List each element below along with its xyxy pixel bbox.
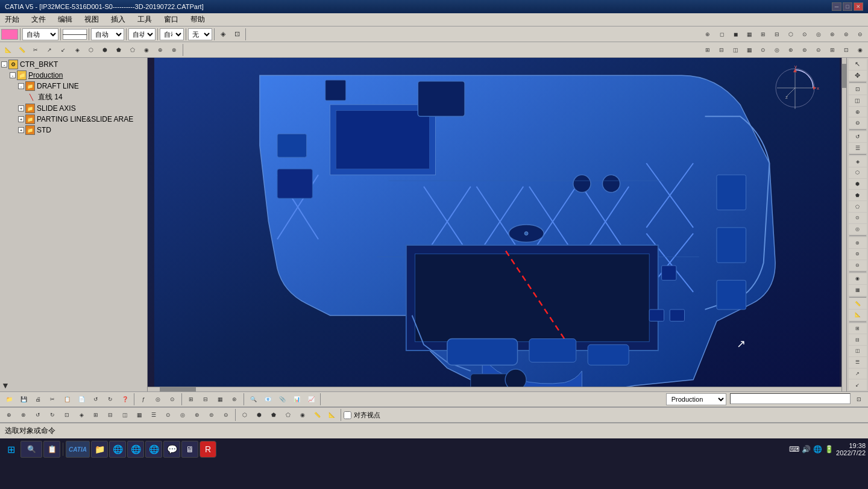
sb1-btn-20[interactable]: 📊 (290, 393, 303, 406)
tree-item-line-14[interactable]: ╲ 直线 14 (1, 92, 146, 103)
rt-btn-extra2[interactable]: ⊟ (849, 334, 867, 345)
expand-ctr-brkt[interactable]: - (1, 61, 7, 67)
tree-item-draft-line[interactable]: - 📁 DRAFT LINE (1, 81, 146, 92)
t2r-btn-5[interactable]: ⊙ (756, 43, 770, 57)
sb2-btn-11[interactable]: ☰ (147, 408, 160, 422)
rt-btn-section[interactable]: ▦ (849, 285, 867, 296)
sb2-btn-6[interactable]: ◈ (75, 408, 88, 422)
status-search-btn[interactable]: ⊡ (852, 393, 866, 406)
close-button[interactable]: ✕ (854, 2, 863, 11)
scrollbar-thumb-horizontal[interactable] (160, 387, 196, 391)
t2-btn-6[interactable]: ◈ (71, 43, 84, 57)
tool-btn-1[interactable]: ◈ (216, 28, 230, 41)
view-btn-9[interactable]: ◎ (812, 28, 825, 41)
sb2-btn-1[interactable]: ⊕ (2, 408, 16, 422)
rt-btn-zoom-fit[interactable]: ◫ (849, 95, 867, 106)
expand-parting-line[interactable]: + (18, 116, 24, 122)
menu-help[interactable]: 帮助 (188, 13, 207, 26)
rt-btn-move[interactable]: ✥ (849, 70, 867, 81)
view-btn-8[interactable]: ⊙ (798, 28, 811, 41)
t2r-btn-8[interactable]: ⊜ (798, 43, 811, 57)
t2r-btn-2[interactable]: ⊟ (715, 43, 728, 57)
sb1-btn-19[interactable]: 📎 (275, 393, 289, 406)
sb2-btn-4[interactable]: ↻ (46, 408, 59, 422)
sb2-btn-13[interactable]: ◎ (176, 408, 189, 422)
rt-btn-zoom-in[interactable]: ⊕ (849, 107, 867, 117)
sb2-btn-2[interactable]: ⊗ (17, 408, 30, 422)
view-btn-4[interactable]: ▦ (743, 28, 756, 41)
sb1-btn-15[interactable]: ▦ (213, 393, 227, 406)
menu-start[interactable]: 开始 (2, 13, 22, 26)
sb1-btn-6[interactable]: 📄 (75, 393, 88, 406)
scrollbar-thumb-vertical[interactable] (842, 64, 846, 88)
viewport-scrollbar-horizontal[interactable] (148, 387, 841, 391)
mode-select-5[interactable]: 无 (188, 28, 212, 40)
t2r-btn-10[interactable]: ⊞ (826, 43, 839, 57)
mode-select-4[interactable]: 自动 (160, 28, 184, 40)
t2-btn-7[interactable]: ⬡ (84, 43, 98, 57)
sb2-btn-20[interactable]: ⬠ (281, 408, 295, 422)
color-picker[interactable] (1, 29, 18, 40)
t2-btn-13[interactable]: ⊗ (168, 43, 181, 57)
t2r-btn-1[interactable]: ⊞ (701, 43, 714, 57)
sb2-btn-10[interactable]: ▦ (133, 408, 146, 422)
sb1-btn-14[interactable]: ⊟ (199, 393, 212, 406)
tree-item-slide-axis[interactable]: + 📁 SLIDE AXIS (1, 103, 146, 114)
view-btn-5[interactable]: ⊞ (756, 28, 770, 41)
tray-network-icon[interactable]: 🌐 (813, 445, 822, 453)
rt-btn-view-front[interactable]: ⬡ (849, 167, 867, 178)
rt-btn-rotate[interactable]: ↺ (849, 131, 867, 142)
taskbar-app-red[interactable]: R (200, 441, 216, 458)
mode-select-3[interactable]: 自动 (128, 28, 156, 40)
t2-btn-8[interactable]: ⬢ (98, 43, 112, 57)
sb2-btn-16[interactable]: ⊝ (219, 408, 233, 422)
minimize-button[interactable]: ─ (832, 2, 841, 11)
t2-btn-2[interactable]: 📏 (15, 43, 28, 57)
t2-btn-4[interactable]: ↗ (43, 43, 56, 57)
taskbar-widget-button[interactable]: 📋 (43, 441, 60, 458)
view-btn-7[interactable]: ⬡ (784, 28, 797, 41)
rt-btn-clipping[interactable]: ◉ (849, 273, 867, 284)
sb1-btn-11[interactable]: ◎ (151, 393, 165, 406)
t2r-btn-9[interactable]: ⊝ (812, 43, 825, 57)
sb2-btn-15[interactable]: ⊜ (205, 408, 218, 422)
sb2-btn-3[interactable]: ↺ (31, 408, 45, 422)
tray-battery-icon[interactable]: 🔋 (825, 445, 834, 453)
t2-btn-9[interactable]: ⬟ (112, 43, 125, 57)
menu-view[interactable]: 视图 (82, 13, 101, 26)
sb2-btn-8[interactable]: ⊟ (104, 408, 117, 422)
sb1-btn-17[interactable]: 🔍 (247, 393, 260, 406)
sb1-btn-7[interactable]: ↺ (89, 393, 102, 406)
tool-btn-2[interactable]: ⊡ (230, 28, 244, 41)
production-dropdown[interactable]: Production (666, 393, 726, 405)
t2-btn-3[interactable]: ✂ (29, 43, 42, 57)
t2r-btn-7[interactable]: ⊛ (784, 43, 797, 57)
sb2-btn-17[interactable]: ⬡ (238, 408, 251, 422)
line-style[interactable]: ———— (63, 29, 87, 40)
view-btn-2[interactable]: ◻ (715, 28, 728, 41)
menu-file[interactable]: 文件 (29, 13, 48, 26)
sb2-btn-12[interactable]: ⊙ (162, 408, 175, 422)
windows-start-button[interactable]: ⊞ (2, 441, 19, 458)
sb2-btn-9[interactable]: ◫ (118, 408, 131, 422)
rt-btn-zoom-all[interactable]: ⊡ (849, 84, 867, 95)
menu-insert[interactable]: 插入 (108, 13, 128, 26)
rt-btn-view-bottom[interactable]: ◎ (849, 224, 867, 235)
sb2-btn-7[interactable]: ⊞ (89, 408, 102, 422)
sb2-btn-21[interactable]: ◉ (296, 408, 309, 422)
viewport-3d[interactable]: x y z ↗ (148, 58, 846, 391)
rt-btn-view-left[interactable]: ⬟ (849, 190, 867, 201)
taskbar-app-browser2[interactable]: 🌐 (145, 441, 162, 458)
expand-slide-axis[interactable]: + (18, 105, 24, 111)
rt-btn-annotate[interactable]: 📐 (849, 310, 867, 320)
menu-window[interactable]: 窗口 (162, 13, 181, 26)
view-btn-3[interactable]: ◼ (729, 28, 742, 41)
t2r-btn-4[interactable]: ▦ (743, 43, 756, 57)
rt-btn-wireframe[interactable]: ⊜ (849, 249, 867, 260)
sb1-btn-9[interactable]: ❓ (118, 393, 131, 406)
sb1-btn-3[interactable]: 🖨 (31, 393, 45, 406)
taskbar-app-file[interactable]: 📁 (91, 441, 108, 458)
sb1-btn-13[interactable]: ⊞ (184, 393, 198, 406)
sb2-btn-23[interactable]: 📐 (325, 408, 338, 422)
t2r-btn-11[interactable]: ⊡ (840, 43, 853, 57)
